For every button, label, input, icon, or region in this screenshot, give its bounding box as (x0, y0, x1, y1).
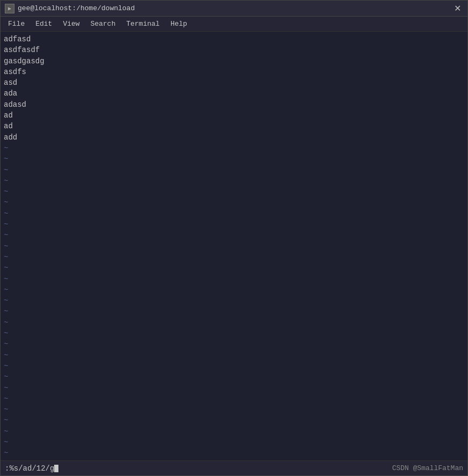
terminal-window: ▶ gee@localhost:/home/download ✕ FileEdi… (0, 0, 468, 476)
editor-line: ~ (4, 415, 464, 426)
menu-item-terminal[interactable]: Terminal (122, 19, 164, 29)
editor-line: ~ (4, 306, 464, 317)
title-bar-left: ▶ gee@localhost:/home/download (5, 4, 135, 13)
editor-line: ~ (4, 197, 464, 208)
menu-item-search[interactable]: Search (86, 19, 120, 29)
editor-line: ~ (4, 165, 464, 175)
editor-line: ~ (4, 383, 464, 393)
editor-line: ~ (4, 339, 464, 349)
editor-line: asdfasdf (4, 45, 464, 55)
editor-line: ~ (4, 404, 464, 415)
editor-line: ~ (4, 274, 464, 284)
editor-line: ~ (4, 328, 464, 339)
cursor (54, 465, 58, 472)
editor-line: ~ (4, 361, 464, 371)
editor-line: ~ (4, 230, 464, 240)
terminal-icon: ▶ (5, 4, 14, 13)
editor-line: asdfs (4, 67, 464, 77)
editor-line: ~ (4, 350, 464, 361)
editor-line: ~ (4, 241, 464, 252)
editor-line: ~ (4, 393, 464, 404)
editor-line: ~ (4, 208, 464, 219)
menu-item-view[interactable]: View (58, 19, 84, 29)
editor-line: ad (4, 121, 464, 131)
editor-line: ~ (4, 186, 464, 197)
editor-line: ~ (4, 317, 464, 328)
close-button[interactable]: ✕ (452, 4, 463, 13)
command-line: :%s/ad/12/g (5, 464, 58, 473)
editor-line: ~ (4, 426, 464, 437)
editor-line: ~ (4, 175, 464, 186)
editor-line: adfasd (4, 34, 464, 45)
menu-item-edit[interactable]: Edit (31, 19, 56, 29)
editor-line: adasd (4, 99, 464, 110)
status-right-text: CSDN @SmallFatMan (392, 464, 463, 472)
editor-line: ~ (4, 448, 464, 458)
editor-line: ~ (4, 437, 464, 448)
editor-line: ~ (4, 219, 464, 230)
editor-line: ~ (4, 252, 464, 262)
editor-line: ~ (4, 262, 464, 273)
command-text: :%s/ad/12/g (5, 464, 54, 473)
editor-line: ~ (4, 284, 464, 295)
editor-line: asd (4, 77, 464, 88)
menu-bar: FileEditViewSearchTerminalHelp (1, 17, 467, 32)
menu-item-file[interactable]: File (4, 19, 29, 29)
editor-line: ~ (4, 143, 464, 153)
menu-item-help[interactable]: Help (166, 19, 191, 29)
editor-line: add (4, 132, 464, 143)
editor-area[interactable]: adfasdasdfasdfgasdgasdgasdfsasdadaadasda… (1, 32, 467, 460)
status-bar: :%s/ad/12/g CSDN @SmallFatMan (1, 460, 467, 475)
editor-line: ada (4, 88, 464, 99)
editor-content: adfasdasdfasdfgasdgasdgasdfsasdadaadasda… (4, 34, 464, 458)
editor-line: gasdgasdg (4, 56, 464, 67)
title-bar-title: gee@localhost:/home/download (18, 4, 135, 12)
editor-line: ~ (4, 153, 464, 164)
editor-line: ~ (4, 371, 464, 382)
title-bar: ▶ gee@localhost:/home/download ✕ (1, 1, 467, 17)
editor-line: ad (4, 110, 464, 121)
editor-line: ~ (4, 295, 464, 306)
